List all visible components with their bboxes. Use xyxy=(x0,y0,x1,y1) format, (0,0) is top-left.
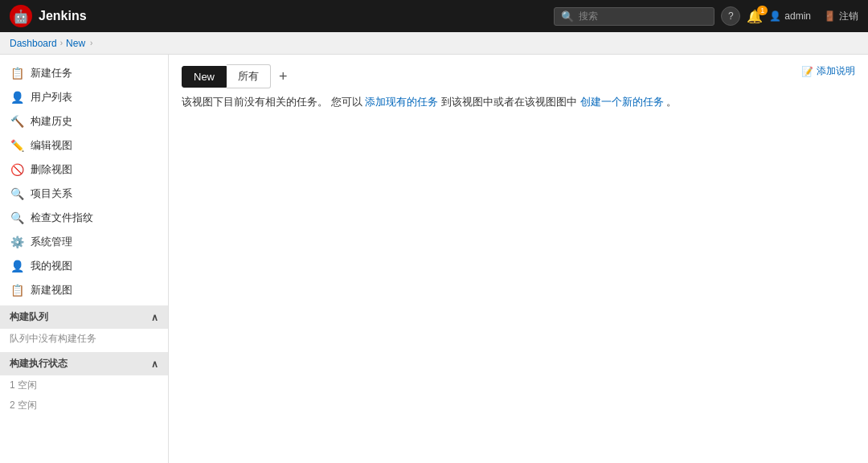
logout-label: 注销 xyxy=(839,10,858,23)
header-title: Jenkins xyxy=(39,9,87,23)
edit-view-icon: ✏️ xyxy=(10,138,24,153)
tab-add-button[interactable]: + xyxy=(276,68,291,85)
sidebar: 📋 新建任务 👤 用户列表 🔨 构建历史 ✏️ 编辑视图 🚫 删除视图 🔍 项目… xyxy=(0,55,169,463)
sidebar-label-my-view: 我的视图 xyxy=(31,259,72,273)
empty-message: 该视图下目前没有相关的任务。 您可以 添加现有的任务 到该视图中或者在该视图图中… xyxy=(182,95,855,109)
tabs-area: New 所有 + xyxy=(182,64,291,88)
sidebar-label-edit-view: 编辑视图 xyxy=(31,138,72,153)
executor-section: 构建执行状态 ∧ xyxy=(0,352,168,375)
sidebar-label-inspect-fingerprint: 检查文件指纹 xyxy=(31,211,93,225)
new-task-icon: 📋 xyxy=(10,66,24,80)
breadcrumb-new[interactable]: New xyxy=(66,38,85,49)
content-header: New 所有 + 📝 添加说明 xyxy=(182,64,855,88)
header: 🤖 Jenkins 🔍 ? 🔔 1 👤 admin 🚪 注销 xyxy=(0,0,868,32)
tab-new[interactable]: New xyxy=(182,66,227,88)
empty-suffix: 。 xyxy=(666,96,677,108)
logo-icon: 🤖 xyxy=(13,9,29,24)
sidebar-item-project-relation[interactable]: 🔍 项目关系 xyxy=(0,182,168,206)
user-icon: 👤 xyxy=(769,10,781,22)
create-new-link[interactable]: 创建一个新的任务 xyxy=(580,96,664,108)
users-icon: 👤 xyxy=(10,90,24,104)
notification-button[interactable]: 🔔 1 xyxy=(747,9,763,24)
breadcrumb-arrow: › xyxy=(90,39,92,47)
project-relation-icon: 🔍 xyxy=(10,186,24,201)
build-queue-section: 构建队列 ∧ xyxy=(0,305,168,329)
help-button[interactable]: ? xyxy=(721,6,740,26)
executor-collapse-icon[interactable]: ∧ xyxy=(151,359,158,370)
add-description-label: 添加说明 xyxy=(817,64,855,78)
sidebar-item-users[interactable]: 👤 用户列表 xyxy=(0,85,168,109)
breadcrumb: Dashboard › New › xyxy=(0,32,868,55)
main-content: New 所有 + 📝 添加说明 该视图下目前没有相关的任务。 您可以 添加现有的… xyxy=(169,55,868,463)
empty-middle: 到该视图中或者在该视图图中 xyxy=(441,96,577,108)
logout-icon: 🚪 xyxy=(824,10,836,22)
system-manage-icon: ⚙️ xyxy=(10,235,24,249)
sidebar-label-delete-view: 删除视图 xyxy=(31,162,72,177)
jenkins-logo: 🤖 xyxy=(10,5,32,27)
queue-collapse-icon[interactable]: ∧ xyxy=(151,312,158,323)
inspect-fingerprint-icon: 🔍 xyxy=(10,211,24,225)
breadcrumb-sep-1: › xyxy=(60,39,63,47)
sidebar-label-new-task: 新建任务 xyxy=(31,66,72,80)
sidebar-item-delete-view[interactable]: 🚫 删除视图 xyxy=(0,158,168,182)
breadcrumb-dashboard[interactable]: Dashboard xyxy=(10,38,57,49)
sidebar-item-inspect-fingerprint[interactable]: 🔍 检查文件指纹 xyxy=(0,206,168,230)
tab-all[interactable]: 所有 xyxy=(227,64,271,88)
user-label: admin xyxy=(784,10,811,22)
sidebar-item-build-history[interactable]: 🔨 构建历史 xyxy=(0,109,168,133)
sidebar-label-new-view: 新建视图 xyxy=(31,283,72,297)
executor-1: 1 空闲 xyxy=(0,375,168,395)
executor-label: 构建执行状态 xyxy=(10,357,68,371)
user-menu[interactable]: 👤 admin xyxy=(769,10,811,22)
build-queue-empty: 队列中没有构建任务 xyxy=(0,329,168,349)
sidebar-item-edit-view[interactable]: ✏️ 编辑视图 xyxy=(0,133,168,158)
sidebar-label-users: 用户列表 xyxy=(31,90,72,104)
sidebar-item-new-task[interactable]: 📋 新建任务 xyxy=(0,61,168,85)
build-queue-label: 构建队列 xyxy=(10,310,48,324)
sidebar-item-new-view[interactable]: 📋 新建视图 xyxy=(0,278,168,302)
notification-badge: 1 xyxy=(757,6,768,15)
my-view-icon: 👤 xyxy=(10,259,24,273)
search-icon: 🔍 xyxy=(561,10,574,23)
delete-view-icon: 🚫 xyxy=(10,162,24,177)
sidebar-item-system-manage[interactable]: ⚙️ 系统管理 xyxy=(0,230,168,254)
sidebar-label-build-history: 构建历史 xyxy=(31,114,72,129)
help-icon: ? xyxy=(728,10,734,22)
search-input[interactable] xyxy=(579,10,691,22)
main-layout: 📋 新建任务 👤 用户列表 🔨 构建历史 ✏️ 编辑视图 🚫 删除视图 🔍 项目… xyxy=(0,55,868,463)
add-existing-link[interactable]: 添加现有的任务 xyxy=(365,96,438,108)
executor-2: 2 空闲 xyxy=(0,395,168,416)
empty-prefix: 该视图下目前没有相关的任务。 您可以 xyxy=(182,96,362,108)
logout-button[interactable]: 🚪 注销 xyxy=(824,10,858,23)
new-view-icon: 📋 xyxy=(10,283,24,297)
search-box[interactable]: 🔍 xyxy=(554,7,714,26)
build-history-icon: 🔨 xyxy=(10,114,24,129)
add-description-icon: 📝 xyxy=(801,66,813,77)
sidebar-item-my-view[interactable]: 👤 我的视图 xyxy=(0,254,168,278)
sidebar-label-system-manage: 系统管理 xyxy=(31,235,72,249)
sidebar-label-project-relation: 项目关系 xyxy=(31,186,72,201)
add-description-button[interactable]: 📝 添加说明 xyxy=(801,64,855,78)
